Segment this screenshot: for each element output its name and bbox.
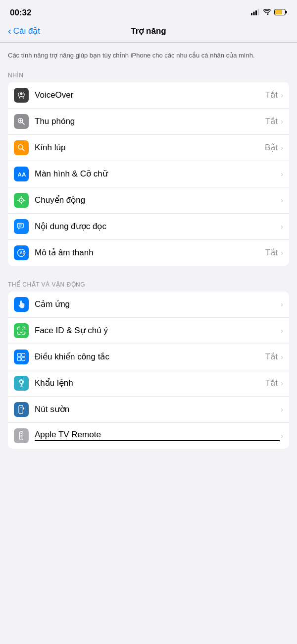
svg-rect-43: [20, 438, 22, 438]
section-header-physical: THỂ CHẤT VÀ VẬN ĐỘNG: [0, 276, 297, 292]
nav-bar: ‹ Cài đặt Trợ năng: [0, 22, 297, 43]
display-right: ›: [280, 170, 283, 178]
sidebutton-label: Nút sườn: [35, 404, 280, 414]
switch-label: Điều khiển công tắc: [35, 351, 265, 362]
audiodesc-value: Tắt: [265, 247, 278, 258]
spoken-label: Nội dung được đọc: [35, 221, 280, 232]
svg-rect-29: [18, 353, 21, 356]
section-header-physical-label: THỂ CHẤT VÀ VẬN ĐỘNG: [8, 281, 85, 288]
list-item-faceid[interactable]: Face ID & Sự chú ý ›: [8, 318, 289, 344]
svg-rect-3: [258, 9, 259, 15]
sidebutton-right: ›: [280, 405, 283, 413]
list-item-motion[interactable]: Chuyển động ›: [8, 187, 289, 214]
zoom-label: Thu phóng: [35, 117, 265, 126]
sidebutton-chevron: ›: [281, 405, 283, 413]
svg-rect-5: [286, 11, 287, 13]
zoom-value: Tắt: [265, 116, 278, 126]
voice-label: Khẩu lệnh: [35, 378, 265, 388]
faceid-label: Face ID & Sự chú ý: [35, 325, 280, 336]
list-item-appletv[interactable]: Apple TV Remote ›: [8, 423, 289, 449]
svg-point-40: [21, 433, 22, 434]
list-item-audiodesc[interactable]: AD Mô tả âm thanh Tắt ›: [8, 240, 289, 266]
magnifier-chevron: ›: [281, 143, 283, 152]
svg-rect-30: [22, 353, 25, 356]
battery-icon: [274, 8, 287, 17]
motion-label: Chuyển động: [35, 195, 280, 205]
svg-rect-32: [22, 357, 25, 360]
voiceover-icon: [14, 88, 29, 103]
svg-text:AD: AD: [20, 250, 26, 255]
magnifier-right: Bật ›: [265, 142, 283, 153]
voiceover-chevron: ›: [281, 91, 283, 99]
zoom-chevron: ›: [281, 117, 283, 125]
description-text: Các tính năng trợ năng giúp bạn tùy chỉn…: [8, 51, 289, 60]
status-icons: [251, 8, 287, 17]
magnifier-label: Kính lúp: [35, 143, 265, 153]
magnifier-icon: [14, 140, 29, 155]
settings-group-nhin: VoiceOver Tắt › Thu phóng Tắt ›: [8, 82, 289, 266]
svg-rect-6: [275, 10, 282, 14]
list-item-zoom[interactable]: Thu phóng Tắt ›: [8, 109, 289, 135]
audiodesc-chevron: ›: [281, 248, 283, 257]
zoom-icon: [14, 114, 29, 129]
switch-icon: [14, 350, 29, 364]
appletv-icon: [14, 428, 29, 443]
sidebutton-icon: [14, 402, 29, 417]
wifi-icon: [263, 8, 271, 17]
list-item-touch[interactable]: Cảm ứng ›: [8, 292, 289, 318]
list-item-sidebutton[interactable]: Nút sườn ›: [8, 397, 289, 423]
touch-chevron: ›: [281, 300, 283, 308]
list-item-display[interactable]: AA Màn hình & Cỡ chữ ›: [8, 161, 289, 187]
svg-rect-1: [253, 12, 255, 16]
back-label: Cài đặt: [13, 26, 40, 36]
spoken-icon: [14, 219, 29, 234]
switch-right: Tắt ›: [265, 351, 283, 362]
description-section: Các tính năng trợ năng giúp bạn tùy chỉn…: [0, 43, 297, 66]
audiodesc-icon: AD: [14, 245, 29, 260]
appletv-chevron: ›: [281, 431, 283, 440]
faceid-icon: [14, 323, 29, 338]
status-bar: 00:32: [0, 0, 297, 22]
svg-line-9: [22, 122, 24, 124]
svg-rect-31: [18, 357, 21, 360]
motion-chevron: ›: [281, 196, 283, 204]
appletv-label: Apple TV Remote: [35, 430, 280, 441]
touch-label: Cảm ứng: [35, 299, 280, 309]
voice-icon: [14, 376, 29, 391]
spoken-right: ›: [280, 222, 283, 231]
list-item-switch[interactable]: Điều khiển công tắc Tắt ›: [8, 344, 289, 370]
svg-rect-42: [20, 436, 22, 437]
svg-point-7: [20, 92, 23, 95]
svg-point-27: [20, 329, 21, 330]
svg-rect-36: [19, 405, 23, 413]
svg-point-16: [21, 199, 22, 201]
voice-value: Tắt: [265, 378, 278, 388]
svg-rect-41: [20, 435, 22, 436]
faceid-right: ›: [280, 326, 283, 335]
voiceover-value: Tắt: [265, 90, 278, 100]
page-title: Trợ năng: [131, 26, 166, 36]
list-item-voice[interactable]: Khẩu lệnh Tắt ›: [8, 370, 289, 397]
svg-line-13: [22, 149, 24, 151]
list-item-magnifier[interactable]: Kính lúp Bật ›: [8, 135, 289, 161]
motion-icon: [14, 193, 29, 208]
zoom-right: Tắt ›: [265, 116, 283, 126]
back-button[interactable]: ‹ Cài đặt: [8, 26, 40, 37]
svg-point-28: [22, 329, 23, 330]
voiceover-label: VoiceOver: [35, 90, 265, 100]
switch-value: Tắt: [265, 351, 278, 362]
touch-right: ›: [280, 300, 283, 308]
voice-right: Tắt ›: [265, 378, 283, 388]
touch-icon: [14, 297, 29, 312]
svg-point-33: [20, 380, 23, 383]
list-item-voiceover[interactable]: VoiceOver Tắt ›: [8, 82, 289, 109]
svg-rect-0: [251, 13, 252, 15]
svg-rect-2: [255, 10, 257, 15]
back-chevron-icon: ‹: [8, 25, 11, 37]
list-item-spoken[interactable]: Nội dung được đọc ›: [8, 214, 289, 240]
section-header-nhin: NHÌN: [0, 66, 297, 82]
appletv-right: ›: [280, 431, 283, 440]
status-time: 00:32: [10, 8, 31, 18]
audiodesc-label: Mô tả âm thanh: [35, 247, 265, 258]
motion-right: ›: [280, 196, 283, 204]
